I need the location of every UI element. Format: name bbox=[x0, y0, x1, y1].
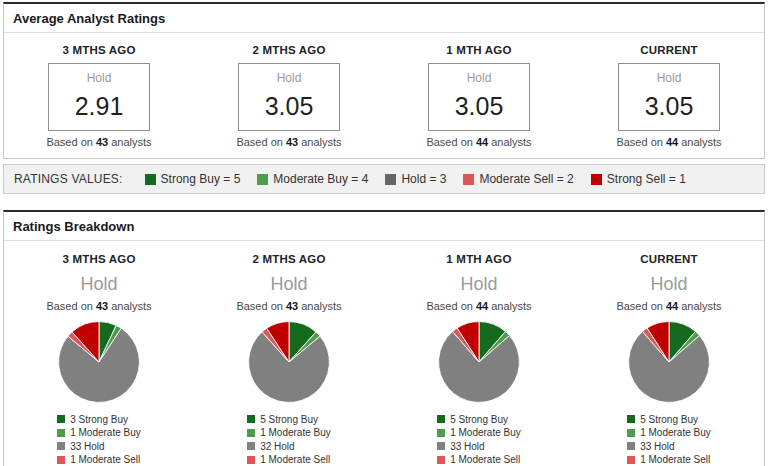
pie-legend-item: 33 Hold bbox=[437, 441, 521, 452]
rating-value-box: Hold3.05 bbox=[428, 63, 530, 131]
pie-legend-text: 1 Moderate Sell bbox=[260, 454, 330, 465]
based-on-suffix: analysts bbox=[111, 136, 151, 148]
rating-value: 3.05 bbox=[243, 92, 335, 121]
ratings-value-text: Hold = 3 bbox=[401, 172, 446, 186]
color-chip-icon bbox=[627, 429, 635, 437]
based-on-text: Based on 43 analysts bbox=[194, 136, 384, 148]
pie-legend-text: 1 Moderate Buy bbox=[70, 427, 141, 438]
ratings-breakdown-panel: Ratings Breakdown 3 MTHS AGOHoldBased on… bbox=[3, 210, 765, 466]
analyst-count: 44 bbox=[476, 300, 488, 312]
based-on-text: Based on 43 analysts bbox=[4, 300, 194, 312]
rating-column: 1 MTH AGOHold3.05Based on 44 analysts bbox=[384, 44, 574, 148]
color-chip-icon bbox=[437, 456, 445, 464]
rating-column: 3 MTHS AGOHold2.91Based on 43 analysts bbox=[4, 44, 194, 148]
ratings-value-item: Moderate Sell = 2 bbox=[463, 172, 573, 186]
ratings-value-item: Strong Sell = 1 bbox=[591, 172, 686, 186]
ratings-values-strip: RATINGS VALUES: Strong Buy = 5Moderate B… bbox=[3, 164, 765, 194]
color-chip-icon bbox=[57, 415, 65, 423]
breakdown-column-header: CURRENT bbox=[574, 253, 764, 265]
rating-text: Hold bbox=[433, 71, 525, 85]
based-on-prefix: Based on bbox=[46, 136, 92, 148]
color-chip-icon bbox=[437, 415, 445, 423]
pie-legend-text: 5 Strong Buy bbox=[450, 414, 508, 425]
rating-value: 3.05 bbox=[623, 92, 715, 121]
breakdown-rating-text: Hold bbox=[194, 274, 384, 295]
color-chip-icon bbox=[57, 442, 65, 450]
rating-value: 2.91 bbox=[53, 92, 145, 121]
average-ratings-columns: 3 MTHS AGOHold2.91Based on 43 analysts2 … bbox=[4, 33, 764, 158]
ratings-breakdown-columns: 3 MTHS AGOHoldBased on 43 analysts3 Stro… bbox=[4, 241, 764, 466]
rating-column-header: 3 MTHS AGO bbox=[4, 44, 194, 56]
pie-legend-item: 1 Moderate Sell bbox=[247, 454, 331, 465]
pie-legend-item: 33 Hold bbox=[57, 441, 141, 452]
color-chip-icon bbox=[437, 429, 445, 437]
breakdown-column-header: 3 MTHS AGO bbox=[4, 253, 194, 265]
rating-column: CURRENTHold3.05Based on 44 analysts bbox=[574, 44, 764, 148]
pie-legend-item: 5 Strong Buy bbox=[437, 414, 521, 425]
based-on-text: Based on 43 analysts bbox=[4, 136, 194, 148]
pie-legend-text: 3 Strong Buy bbox=[70, 414, 128, 425]
analyst-count: 44 bbox=[476, 136, 488, 148]
color-chip-icon bbox=[627, 456, 635, 464]
pie-legend-item: 3 Strong Buy bbox=[57, 414, 141, 425]
rating-column-header: CURRENT bbox=[574, 44, 764, 56]
based-on-suffix: analysts bbox=[111, 300, 151, 312]
breakdown-column: 1 MTH AGOHoldBased on 44 analysts5 Stron… bbox=[384, 253, 574, 466]
breakdown-column-header: 1 MTH AGO bbox=[384, 253, 574, 265]
color-chip-icon bbox=[247, 456, 255, 464]
rating-value-box: Hold3.05 bbox=[618, 63, 720, 131]
based-on-prefix: Based on bbox=[236, 300, 282, 312]
color-chip-icon bbox=[591, 174, 602, 185]
pie-legend-item: 33 Hold bbox=[627, 441, 711, 452]
ratings-pie-chart bbox=[56, 319, 142, 405]
based-on-text: Based on 44 analysts bbox=[574, 300, 764, 312]
color-chip-icon bbox=[57, 429, 65, 437]
based-on-prefix: Based on bbox=[616, 136, 662, 148]
ratings-pie-chart bbox=[246, 319, 332, 405]
pie-legend-item: 1 Moderate Sell bbox=[57, 454, 141, 465]
color-chip-icon bbox=[627, 442, 635, 450]
pie-legend-text: 1 Moderate Sell bbox=[450, 454, 520, 465]
pie-legend-text: 32 Hold bbox=[260, 441, 294, 452]
color-chip-icon bbox=[257, 174, 268, 185]
ratings-pie-chart bbox=[626, 319, 712, 405]
color-chip-icon bbox=[627, 415, 635, 423]
ratings-value-text: Strong Buy = 5 bbox=[161, 172, 241, 186]
color-chip-icon bbox=[463, 174, 474, 185]
ratings-value-item: Hold = 3 bbox=[385, 172, 446, 186]
analyst-count: 44 bbox=[666, 136, 678, 148]
ratings-value-item: Strong Buy = 5 bbox=[145, 172, 241, 186]
pie-legend-item: 1 Moderate Buy bbox=[627, 427, 711, 438]
pie-legend: 5 Strong Buy1 Moderate Buy33 Hold1 Moder… bbox=[627, 411, 711, 466]
average-ratings-title: Average Analyst Ratings bbox=[4, 4, 764, 33]
breakdown-column: 2 MTHS AGOHoldBased on 43 analysts5 Stro… bbox=[194, 253, 384, 466]
color-chip-icon bbox=[57, 456, 65, 464]
pie-legend-item: 1 Moderate Buy bbox=[247, 427, 331, 438]
based-on-suffix: analysts bbox=[301, 300, 341, 312]
ratings-values-label: RATINGS VALUES: bbox=[14, 172, 123, 186]
ratings-value-text: Moderate Buy = 4 bbox=[273, 172, 368, 186]
rating-value: 3.05 bbox=[433, 92, 525, 121]
breakdown-column-header: 2 MTHS AGO bbox=[194, 253, 384, 265]
pie-legend-item: 1 Moderate Buy bbox=[57, 427, 141, 438]
analyst-count: 43 bbox=[286, 136, 298, 148]
breakdown-rating-text: Hold bbox=[574, 274, 764, 295]
pie-legend-text: 33 Hold bbox=[640, 441, 674, 452]
based-on-text: Based on 43 analysts bbox=[194, 300, 384, 312]
breakdown-rating-text: Hold bbox=[4, 274, 194, 295]
breakdown-column: 3 MTHS AGOHoldBased on 43 analysts3 Stro… bbox=[4, 253, 194, 466]
analyst-count: 43 bbox=[96, 136, 108, 148]
analyst-count: 44 bbox=[666, 300, 678, 312]
pie-legend-item: 5 Strong Buy bbox=[247, 414, 331, 425]
pie-legend-text: 1 Moderate Sell bbox=[640, 454, 710, 465]
based-on-text: Based on 44 analysts bbox=[574, 136, 764, 148]
ratings-pie-chart bbox=[436, 319, 522, 405]
pie-legend: 3 Strong Buy1 Moderate Buy33 Hold1 Moder… bbox=[57, 411, 141, 466]
ratings-value-text: Strong Sell = 1 bbox=[607, 172, 686, 186]
based-on-prefix: Based on bbox=[236, 136, 282, 148]
pie-legend-item: 1 Moderate Buy bbox=[437, 427, 521, 438]
pie-legend-item: 32 Hold bbox=[247, 441, 331, 452]
rating-value-box: Hold2.91 bbox=[48, 63, 150, 131]
based-on-prefix: Based on bbox=[426, 136, 472, 148]
analyst-count: 43 bbox=[96, 300, 108, 312]
